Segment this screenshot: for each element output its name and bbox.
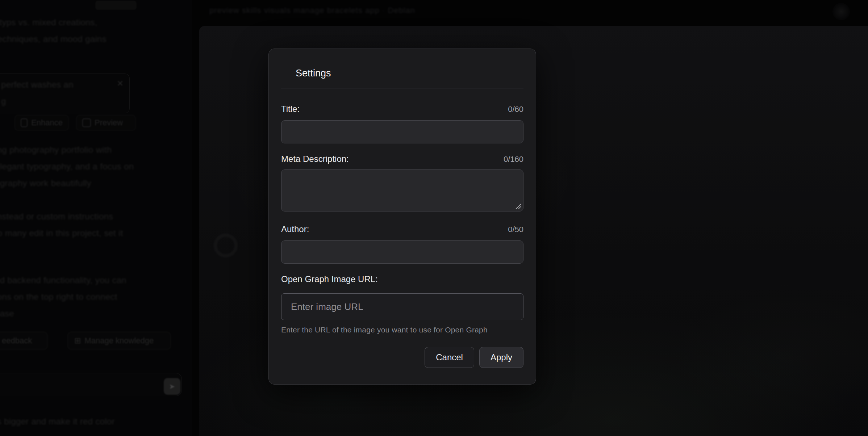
title-label: Title:	[281, 104, 300, 114]
og-image-url-field[interactable]	[281, 293, 523, 320]
meta-description-field[interactable]	[281, 169, 523, 211]
title-counter: 0/60	[508, 104, 523, 114]
author-field[interactable]	[281, 240, 523, 264]
og-image-url-label: Open Graph Image URL:	[281, 274, 378, 285]
settings-modal: Settings Title: 0/60 Meta Description: 0…	[268, 49, 536, 385]
modal-title: Settings	[281, 68, 523, 79]
resize-handle-icon[interactable]	[514, 202, 522, 210]
apply-button[interactable]: Apply	[479, 347, 523, 368]
og-image-helper-text: Enter the URL of the image you want to u…	[281, 325, 523, 335]
meta-description-counter: 0/160	[504, 154, 523, 164]
modal-divider	[281, 88, 523, 88]
author-counter: 0/50	[508, 225, 523, 235]
title-field[interactable]	[281, 120, 523, 143]
meta-description-label: Meta Description:	[281, 154, 349, 164]
cancel-button[interactable]: Cancel	[425, 347, 474, 368]
app-root: l typs vs. mixed creations, techniques, …	[0, 0, 868, 436]
author-label: Author:	[281, 224, 309, 235]
